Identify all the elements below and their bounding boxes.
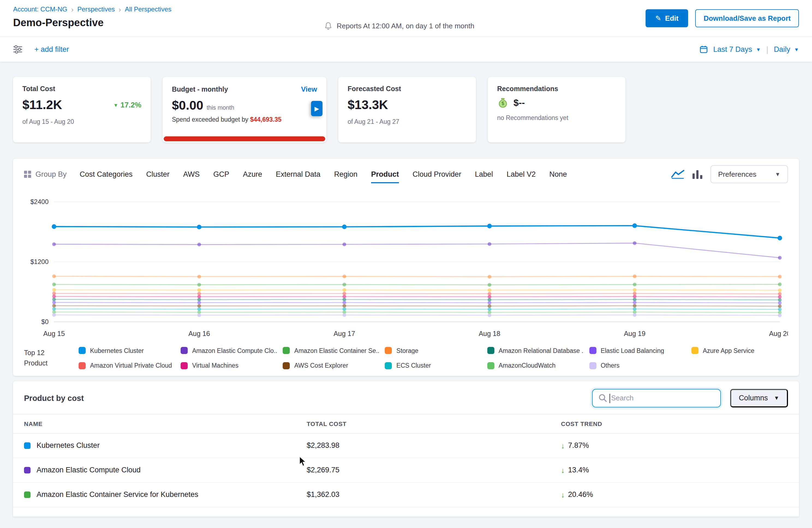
legend-swatch <box>180 347 188 354</box>
table-row[interactable]: Amazon Elastic Container Service for Kub… <box>13 483 799 507</box>
legend-swatch <box>385 362 392 369</box>
summary-cards: Total Cost $11.2K ▼ 17.2% of Aug 15 - Au… <box>0 62 812 142</box>
tab-product[interactable]: Product <box>371 165 399 183</box>
legend-label: Elastic Load Balancing <box>600 347 664 354</box>
breadcrumb-link-perspectives[interactable]: Perspectives <box>77 5 115 13</box>
budget-overrun-bar <box>164 136 325 141</box>
granularity-select[interactable]: Daily ▼ <box>774 45 799 54</box>
budget-value-suffix: this month <box>206 104 234 111</box>
legend-item[interactable]: ECS Cluster <box>385 362 482 369</box>
legend-item[interactable]: Elastic Load Balancing <box>589 347 686 354</box>
budget-view-link[interactable]: View <box>301 85 317 93</box>
legend-item[interactable]: AmazonCloudWatch <box>487 362 584 369</box>
legend-label: Others <box>600 362 619 369</box>
filter-toolbar: + add filter Last 7 Days ▼ | Daily ▼ <box>0 37 812 62</box>
tab-cloud-provider[interactable]: Cloud Provider <box>412 165 461 183</box>
forecasted-cost-period: of Aug 21 - Aug 27 <box>348 118 467 125</box>
edit-button[interactable]: ✎ Edit <box>646 9 688 27</box>
report-schedule-text: Reports At 12:00 AM, on day 1 of the mon… <box>337 22 474 30</box>
tab-gcp[interactable]: GCP <box>213 165 230 183</box>
total-cost-period: of Aug 15 - Aug 20 <box>23 118 141 125</box>
legend-title: Top 12 Product <box>24 347 67 369</box>
legend-item[interactable]: AWS Cost Explorer <box>283 362 379 369</box>
legend-item[interactable]: Virtual Machines <box>180 362 277 369</box>
tab-aws[interactable]: AWS <box>183 165 200 183</box>
cost-table-panel: Product by cost Columns ▼ NAME TOTAL COS… <box>13 381 799 516</box>
legend-item[interactable]: Amazon Elastic Container Se... <box>283 347 379 354</box>
download-save-report-button[interactable]: Download/Save as Report <box>696 9 799 27</box>
svg-text:$1200: $1200 <box>30 258 48 265</box>
tab-region[interactable]: Region <box>334 165 358 183</box>
add-filter-button[interactable]: + add filter <box>34 45 69 54</box>
trend-down-icon: ▼ <box>114 102 118 108</box>
tab-cost-categories[interactable]: Cost Categories <box>80 165 133 183</box>
tab-external-data[interactable]: External Data <box>276 165 321 183</box>
row-color-swatch <box>24 442 31 449</box>
page-header: Account: CCM-NG › Perspectives › All Per… <box>0 0 812 37</box>
row-color-swatch <box>24 492 31 498</box>
columns-button-label: Columns <box>739 394 768 402</box>
tab-none[interactable]: None <box>549 165 567 183</box>
legend-title-line2: Product <box>24 358 67 369</box>
preferences-label: Preferences <box>718 170 756 178</box>
chevron-right-icon: › <box>119 6 121 13</box>
date-range-select[interactable]: Last 7 Days ▼ <box>713 45 761 54</box>
svg-text:$0: $0 <box>41 318 48 325</box>
bar-chart-toggle[interactable] <box>693 170 702 179</box>
trend-value: 13.4% <box>568 466 589 474</box>
legend-item[interactable]: Amazon Elastic Compute Clo... <box>180 347 277 354</box>
columns-button[interactable]: Columns ▼ <box>730 389 788 408</box>
budget-exceeded-note: Spend exceeded budget by $44,693.35 <box>172 116 317 123</box>
cost-line-chart[interactable]: $0$1200$2400Aug 15Aug 16Aug 17Aug 18Aug … <box>24 192 788 340</box>
trend-value: 7.87% <box>568 442 589 450</box>
legend-item[interactable]: Amazon Relational Database ... <box>487 347 584 354</box>
breadcrumb-link-all-perspectives[interactable]: All Perspectives <box>125 5 172 13</box>
legend-swatch <box>78 362 86 369</box>
legend-label: Kubernetes Cluster <box>90 347 144 354</box>
table-column-headers: NAME TOTAL COST COST TREND <box>13 414 799 434</box>
search-icon <box>599 394 607 402</box>
breadcrumb-link-account[interactable]: Account: CCM-NG <box>13 5 68 13</box>
play-icon: ▶ <box>315 105 319 112</box>
toolbar-divider: | <box>766 45 768 54</box>
table-title: Product by cost <box>24 394 592 402</box>
legend-label: Amazon Elastic Container Se... <box>294 347 379 354</box>
grid-icon <box>24 171 31 178</box>
legend-item[interactable]: Others <box>589 362 686 369</box>
svg-text:Aug 20: Aug 20 <box>769 330 788 337</box>
legend-swatch <box>589 347 596 354</box>
legend-label: Amazon Relational Database ... <box>498 347 584 354</box>
tab-label[interactable]: Label <box>475 165 493 183</box>
group-by-label: Group By <box>24 170 67 178</box>
svg-text:Aug 19: Aug 19 <box>624 330 645 337</box>
svg-text:Aug 17: Aug 17 <box>333 330 355 337</box>
legend-label: Amazon Virtual Private Cloud <box>90 362 172 369</box>
line-chart-toggle[interactable] <box>671 170 684 179</box>
preferences-button[interactable]: Preferences ▼ <box>710 165 788 183</box>
search-input[interactable] <box>611 394 714 402</box>
trend-value: 20.46% <box>568 490 593 499</box>
table-row[interactable]: Amazon Elastic Compute Cloud$2,269.75↓13… <box>13 458 799 483</box>
chevron-down-icon: ▼ <box>774 395 779 401</box>
tab-azure[interactable]: Azure <box>243 165 262 183</box>
legend-item[interactable]: Kubernetes Cluster <box>78 347 175 354</box>
budget-label: Budget - monthly <box>172 85 228 93</box>
table-row[interactable]: Kubernetes Cluster$2,283.98↓7.87% <box>13 434 799 458</box>
svg-text:$2400: $2400 <box>30 198 48 205</box>
legend-item[interactable]: Amazon Virtual Private Cloud <box>78 362 175 369</box>
forecasted-cost-value: $13.3K <box>348 98 388 112</box>
granularity-label: Daily <box>774 45 790 54</box>
text-cursor <box>610 394 610 403</box>
legend-item[interactable]: Azure App Service <box>692 347 788 354</box>
svg-text:Aug 16: Aug 16 <box>188 330 210 337</box>
filter-sliders-icon[interactable] <box>13 45 23 54</box>
budget-expand-button[interactable]: ▶ <box>311 101 322 116</box>
svg-text:Aug 15: Aug 15 <box>43 330 65 337</box>
legend-label: Azure App Service <box>703 347 754 354</box>
cost-trend-cell: ↓13.4% <box>561 466 788 474</box>
group-by-text: Group By <box>35 170 67 178</box>
legend-item[interactable]: Storage <box>385 347 482 354</box>
recommendations-label: Recommendations <box>497 85 616 93</box>
tab-label-v2[interactable]: Label V2 <box>507 165 536 183</box>
tab-cluster[interactable]: Cluster <box>146 165 170 183</box>
